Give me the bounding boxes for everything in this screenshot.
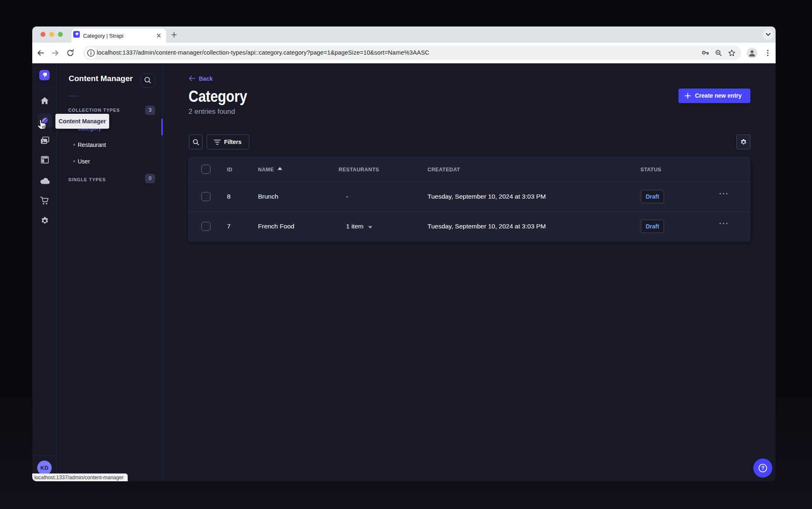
svg-text:?: ? [761, 465, 764, 471]
